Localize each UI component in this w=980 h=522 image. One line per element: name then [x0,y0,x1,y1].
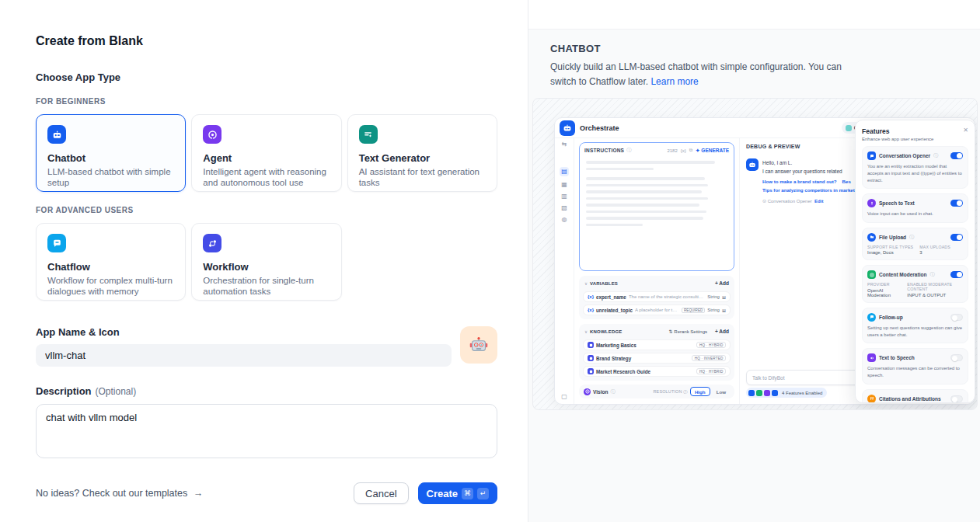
orchestrate-sidebar: ⇆ ▤ ▦ ▥ ▧ ◍ ▢ [555,138,574,404]
chatbot-icon [47,125,66,144]
app-type-card-text-generator[interactable]: Text Generator AI assistant for text gen… [347,114,497,192]
page-title: Create from Blank [36,34,497,48]
knowledge-card: ∨ KNOWLEDGE ⇅ Rerank Settings + Add Mark… [579,324,734,381]
learn-more-link[interactable]: Learn more [650,76,698,87]
suggested-question[interactable]: Tips for analyzing competitors in market [762,187,855,193]
features-subtitle: Enhance web app user experience [862,137,968,141]
toggle-on[interactable] [950,234,963,241]
app-type-card-agent[interactable]: Agent Intelligent agent with reasoning a… [191,114,341,192]
vision-label: Vision [593,389,608,395]
description-textarea[interactable]: chat with vllm model [36,404,497,458]
workflow-icon [203,234,221,252]
rerank-settings-button[interactable]: ⇅ Rerank Settings [669,329,707,334]
create-button-label: Create [427,488,458,499]
document-icon[interactable]: ▥ [561,193,567,200]
feature-citations: Citations and Attributions Show source d… [862,389,968,404]
app-type-title: Chatflow [47,261,174,273]
vision-icon [584,388,591,395]
swap-icon[interactable]: ⇆ [562,141,567,148]
image-icon[interactable]: ▦ [561,182,567,188]
resolution-low-chip[interactable]: Low [713,388,730,395]
variables-title: VARIABLES [590,281,618,286]
variable-row[interactable]: {x} expert_name The name of the strategi… [583,291,731,302]
info-icon: ⓘ [909,234,914,241]
info-icon: ⓘ [929,271,934,278]
suggested-question[interactable]: How to make a brand stand out? Bes [762,179,855,184]
moderation-mini-icon [756,390,762,396]
app-type-preview-panel: CHATBOT Quickly build an LLM-based chatb… [528,0,980,522]
app-name-input[interactable] [36,344,452,367]
toggle-on[interactable] [950,200,963,207]
variable-token-icon: {x} [588,294,594,299]
close-icon[interactable]: ✕ [963,127,968,134]
skeleton-line [586,190,702,193]
resolution-high-chip[interactable]: High [690,387,710,396]
preview-description: Quickly build an LLM-based chatbot with … [550,60,857,89]
add-knowledge-button[interactable]: + Add [715,329,729,334]
knowledge-row[interactable]: Brand Strategy HQ · INVERTED [583,353,731,364]
templates-link[interactable]: No ideas? Check out our templates → [36,488,203,499]
globe-icon[interactable]: ◍ [562,217,567,223]
create-app-modal: Create from Blank Choose App Type FOR BE… [0,0,980,522]
required-badge: REQUIRED [682,308,705,313]
caret-down-icon[interactable]: ∨ [584,329,588,334]
variable-row[interactable]: {x} unrelated_topic A placeholder for to… [583,304,731,315]
edit-opener-link[interactable]: Edit [814,199,823,204]
variable-token-icon[interactable]: {x} [681,148,686,153]
text-to-speech-icon [867,353,876,362]
note-icon[interactable]: ▧ [561,205,567,211]
cancel-button[interactable]: Cancel [354,482,408,504]
dataset-icon [588,355,594,361]
app-type-card-chatbot[interactable]: Chatbot LLM-based chatbot with simple se… [36,114,186,192]
description-label: Description [36,385,92,397]
greeting-line: Hello, I am L. [762,160,792,165]
copy-icon[interactable]: ⧉ [689,148,692,153]
toggle-on[interactable] [950,271,963,278]
skeleton-line [586,184,708,187]
resolution-label: RESOLUTION ⓘ [654,389,688,395]
right-header-strip [528,0,980,30]
add-variable-button[interactable]: + Add [715,280,729,286]
feature-follow-up: Follow-up Setting up next questions sugg… [862,308,968,343]
toggle-off[interactable] [950,314,963,321]
app-type-title: Text Generator [359,152,486,164]
feature-speech-to-text: Speech to Text Voice input can be used i… [862,193,968,223]
knowledge-row[interactable]: Marketing Basics HQ · HYBRID [583,339,731,350]
info-icon: ⓘ [610,388,615,395]
features-panel: Features ✕ Enhance web app user experien… [855,120,975,403]
app-type-title: Workflow [203,261,330,273]
app-type-card-workflow[interactable]: Workflow Orchestration for single-turn a… [191,223,341,301]
instructions-skeleton [580,156,734,231]
arrow-right-icon: → [194,488,204,499]
prompt-panel-icon[interactable]: ▤ [560,167,569,176]
app-name-block: App Name & Icon [36,326,497,367]
speech-mini-icon [764,390,770,396]
variable-settings-icon[interactable]: ⊞ [722,294,726,300]
conversation-opener-icon [867,151,876,160]
conversation-opener-mini-icon [748,390,755,396]
app-type-desc: Intelligent agent with reasoning and aut… [203,166,330,188]
folder-icon [867,233,876,242]
variable-settings-icon[interactable]: ⊞ [722,308,726,313]
toggle-off[interactable] [950,354,963,361]
app-type-card-chatflow[interactable]: Chatflow Workflow for complex multi-turn… [36,223,186,301]
agent-icon [203,125,221,144]
instructions-panel: INSTRUCTIONS ⓘ 2182 {x} ⧉ ✦ GENERATE [579,142,734,271]
conversation-opener-note: ⊙ Conversation Opener Edit [762,198,855,204]
create-button[interactable]: Create ⌘ ↵ [418,482,497,504]
features-enabled-pill[interactable]: 4 Features Enabled [746,388,827,398]
generate-button[interactable]: ✦ GENERATE [696,148,729,154]
skeleton-line [586,217,703,220]
collapse-icon[interactable]: ▢ [561,393,567,400]
caret-down-icon[interactable]: ∨ [584,281,588,286]
knowledge-row[interactable]: Market Research Guide HQ · HYBRID [583,366,731,377]
variables-card: ∨ VARIABLES + Add {x} expert_name The na… [579,276,734,319]
app-icon-picker[interactable] [460,326,497,364]
toggle-on[interactable] [950,152,963,159]
toggle-off[interactable] [950,395,963,402]
modal-footer: No ideas? Check out our templates → Canc… [36,482,497,504]
app-name-label: App Name & Icon [36,326,452,338]
for-beginners-label: FOR BEGINNERS [36,97,497,106]
skeleton-line [586,224,643,227]
app-type-title: Chatbot [47,152,174,164]
